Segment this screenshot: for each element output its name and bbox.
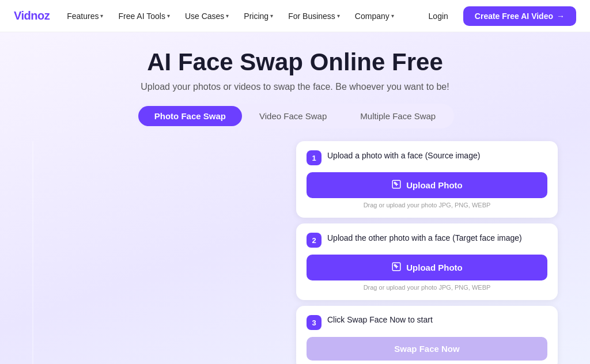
step-3-card: 3 Click Swap Face Now to start Swap Face… bbox=[296, 306, 558, 364]
nav-item-free-ai-tools[interactable]: Free AI Tools ▾ bbox=[112, 8, 175, 24]
upload-icon bbox=[391, 179, 402, 191]
upload-hint-1: Drag or upload your photo JPG, PNG, WEBP bbox=[307, 202, 547, 208]
navbar: vidnoz Features ▾ Free AI Tools ▾ Use Ca… bbox=[0, 0, 590, 32]
main-content: ↪ ⓘ Disclaimer: Vidnoz AI face swap serv… bbox=[14, 141, 576, 364]
swap-face-now-button[interactable]: Swap Face Now bbox=[307, 337, 547, 361]
tab-photo-face-swap[interactable]: Photo Face Swap bbox=[138, 106, 242, 126]
step-1-title: Upload a photo with a face (Source image… bbox=[327, 150, 480, 161]
page-title: AI Face Swap Online Free bbox=[147, 48, 443, 76]
upload-icon-2 bbox=[391, 261, 402, 274]
nav-item-company[interactable]: Company ▾ bbox=[349, 8, 400, 24]
upload-photo-button-2[interactable]: Upload Photo bbox=[307, 255, 547, 280]
hero-section: AI Face Swap Online Free Upload your pho… bbox=[0, 32, 590, 364]
svg-point-3 bbox=[395, 265, 396, 266]
step-2-header: 2 Upload the other photo with a face (Ta… bbox=[307, 233, 547, 248]
face-swap-tabs: Photo Face Swap Video Face Swap Multiple… bbox=[136, 104, 454, 128]
chevron-down-icon: ▾ bbox=[270, 13, 273, 19]
nav-left: vidnoz Features ▾ Free AI Tools ▾ Use Ca… bbox=[14, 8, 400, 24]
svg-point-1 bbox=[395, 183, 396, 184]
nav-item-pricing[interactable]: Pricing ▾ bbox=[238, 8, 279, 24]
nav-item-use-cases[interactable]: Use Cases ▾ bbox=[179, 8, 235, 24]
hero-subtitle: Upload your photos or videos to swap the… bbox=[141, 82, 449, 92]
arrow-icon: → bbox=[557, 12, 565, 21]
face-swap-preview: ↪ bbox=[32, 141, 33, 364]
create-free-ai-video-button[interactable]: Create Free AI Video → bbox=[463, 6, 576, 26]
step-1-header: 1 Upload a photo with a face (Source ima… bbox=[307, 150, 547, 165]
step-1-number: 1 bbox=[307, 150, 322, 165]
step-3-number: 3 bbox=[307, 315, 322, 330]
step-2-number: 2 bbox=[307, 233, 322, 248]
logo: vidnoz bbox=[14, 9, 50, 22]
step-2-card: 2 Upload the other photo with a face (Ta… bbox=[296, 223, 558, 300]
chevron-down-icon: ▾ bbox=[167, 13, 170, 19]
chevron-down-icon: ▾ bbox=[337, 13, 340, 19]
step-1-card: 1 Upload a photo with a face (Source ima… bbox=[296, 141, 558, 218]
chevron-down-icon: ▾ bbox=[391, 13, 394, 19]
step-3-header: 3 Click Swap Face Now to start bbox=[307, 315, 547, 330]
step-3-title: Click Swap Face Now to start bbox=[327, 315, 433, 324]
login-button[interactable]: Login bbox=[421, 8, 456, 24]
upload-hint-2: Drag or upload your photo JPG, PNG, WEBP bbox=[307, 284, 547, 291]
nav-item-features[interactable]: Features ▾ bbox=[61, 8, 109, 24]
nav-item-for-business[interactable]: For Business ▾ bbox=[282, 8, 346, 24]
chevron-down-icon: ▾ bbox=[226, 13, 229, 19]
chevron-down-icon: ▾ bbox=[100, 13, 103, 19]
nav-right: Login Create Free AI Video → bbox=[421, 6, 576, 26]
tab-multiple-face-swap[interactable]: Multiple Face Swap bbox=[344, 106, 452, 126]
steps-panel: 1 Upload a photo with a face (Source ima… bbox=[296, 141, 558, 364]
tab-video-face-swap[interactable]: Video Face Swap bbox=[243, 106, 343, 126]
step-2-title: Upload the other photo with a face (Targ… bbox=[327, 233, 522, 243]
upload-photo-button-1[interactable]: Upload Photo bbox=[307, 172, 547, 198]
